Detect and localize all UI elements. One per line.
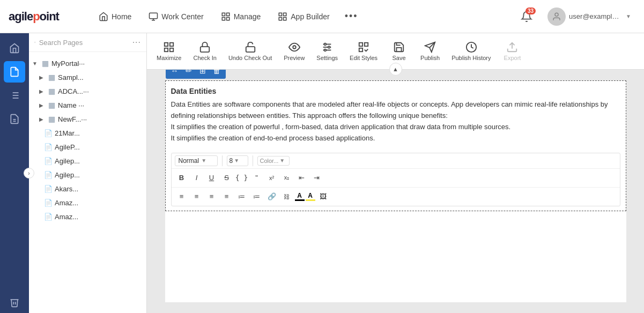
top-nav: agilepoint Home Work Center Manage App B… [0,0,644,33]
edit-styles-button[interactable]: Edit Styles [344,38,383,64]
maximize-icon [163,41,175,53]
svg-rect-3 [222,13,225,16]
tree-label: MyPortal··· [51,59,141,68]
block-edit-icon[interactable]: ✏ [182,70,195,77]
align-right-button[interactable]: ≡ [205,190,219,204]
tree-item-agilep3[interactable]: 📄 Agilep... [29,168,146,182]
publish-button[interactable]: Publish [415,38,445,64]
indent-increase-button[interactable]: ⇥ [310,171,324,185]
publish-history-button[interactable]: Publish History [446,38,496,64]
chevron-right-icon: ▶ [38,101,45,109]
tree-item-myportal[interactable]: ▼ ▦ MyPortal··· [29,56,146,70]
chevron-right-icon: ▶ [38,115,45,123]
undo-checkout-button[interactable]: Undo Check Out [223,38,277,64]
tree-label: Agilep... [55,157,141,165]
tree-body: ▼ ▦ MyPortal··· ▶ ▦ Sampl... ▶ ▦ ADCA...… [29,52,146,313]
nav-workcenter[interactable]: Work Center [141,8,211,26]
unordered-list-button[interactable]: ≔ [250,190,264,204]
tree-item-21mar[interactable]: 📄 21Mar... [29,126,146,140]
search-pages-input[interactable] [39,39,129,47]
sidebar-item-doc[interactable] [4,108,25,130]
underline-button[interactable]: U [205,171,219,185]
ordered-list-button[interactable]: ≔ [235,190,249,204]
image-button[interactable]: 🖼 [316,190,330,204]
strikethrough-button[interactable]: S [220,171,234,185]
sidebar-item-home[interactable] [4,38,25,59]
pages-sidebar-icon [9,66,20,77]
italic-button[interactable]: I [190,171,204,185]
code-button[interactable]: { } [235,171,249,185]
list-sidebar-icon [9,90,20,101]
link-button[interactable]: 🔗 [265,190,279,204]
tree-item-name[interactable]: ▶ ▦ Name ··· [29,98,146,112]
tree-item-adca[interactable]: ▶ ▦ ADCA...··· [29,84,146,98]
editor-canvas: ↔ ✏ ⊞ 🗑 Data Entities Data Entities are … [165,80,626,302]
trash-sidebar-icon [9,297,20,308]
indent-decrease-button[interactable]: ⇤ [295,171,309,185]
align-left-button[interactable]: ≡ [175,190,189,204]
nav-appbuilder[interactable]: App Builder [270,8,337,26]
undo-checkout-label: Undo Check Out [228,55,272,61]
nav-right: 33 user@example.com ▼ [516,5,635,28]
align-justify-button[interactable]: ≡ [220,190,234,204]
paragraph-style-select[interactable]: Normal ▼ [175,155,218,166]
content-block[interactable]: ↔ ✏ ⊞ 🗑 Data Entities Data Entities are … [165,80,626,211]
home-icon [99,12,108,21]
sidebar-icons: › [0,33,29,313]
superscript-button[interactable]: x² [265,171,279,185]
notification-badge: 33 [525,8,536,14]
block-copy-icon[interactable]: ⊞ [196,70,209,77]
checkin-button[interactable]: Check In [188,38,221,64]
svg-rect-23 [170,43,173,46]
page-tree-panel: ··· ▼ ▦ MyPortal··· ▶ ▦ Sampl... ▶ ▦ ADC… [29,33,147,313]
text-format-toolbar: Normal ▼ 8 ▼ Color... ▼ [171,153,620,206]
toolbar-collapse-button[interactable]: ▲ [389,63,402,76]
font-size-select[interactable]: 8 ▼ [227,155,248,166]
highlight-color-swatch[interactable]: A [306,192,315,201]
tree-item-agilep1[interactable]: 📄 AgileP... [29,140,146,154]
notifications-button[interactable]: 33 [516,6,537,27]
nav-more[interactable]: ••• [339,6,364,26]
tree-item-akars[interactable]: 📄 Akars... [29,182,146,196]
logo: agilepoint [9,10,78,24]
chevron-down-icon: ▼ [201,158,206,163]
settings-button[interactable]: Settings [311,38,343,64]
block-delete-icon[interactable]: 🗑 [210,70,223,77]
unlink-button[interactable]: ⛓ [280,190,294,204]
subscript-button[interactable]: x₂ [280,171,294,185]
sidebar-expand-button[interactable]: › [24,168,34,178]
tree-item-amaz2[interactable]: 📄 Amaz... [29,210,146,223]
nav-appbuilder-label: App Builder [291,12,329,21]
svg-rect-5 [222,17,225,20]
nav-home[interactable]: Home [91,8,139,26]
bold-button[interactable]: B [175,171,189,185]
sidebar-item-pages[interactable] [4,61,25,83]
sidebar-item-list[interactable] [4,85,25,106]
sidebar-item-trash[interactable] [4,292,25,313]
publish-history-label: Publish History [451,55,491,61]
preview-button[interactable]: Preview [278,38,310,64]
text-color-swatch[interactable]: A [295,192,305,201]
page-icon: 📄 [44,143,53,151]
page-tree-more[interactable]: ··· [132,38,141,47]
svg-rect-26 [201,47,210,52]
user-menu-button[interactable]: user@example.com ▼ [543,5,635,28]
save-label: Save [393,55,406,61]
toolbar: Maximize Check In Undo Check Out Preview… [147,33,644,70]
save-button[interactable]: Save [384,38,414,64]
tree-item-amaz1[interactable]: 📄 Amaz... [29,196,146,210]
content-area: Maximize Check In Undo Check Out Preview… [147,33,644,313]
maximize-button[interactable]: Maximize [151,38,187,64]
quote-button[interactable]: " [250,171,264,185]
svg-point-34 [324,49,327,51]
align-center-button[interactable]: ≡ [190,190,204,204]
block-move-icon[interactable]: ↔ [168,70,181,77]
svg-rect-24 [165,48,168,51]
tree-item-newf[interactable]: ▶ ▦ NewF...··· [29,112,146,126]
chevron-down-icon: ▼ [279,158,285,163]
color-select[interactable]: Color... ▼ [257,156,290,166]
tree-item-agilep2[interactable]: 📄 Agilep... [29,154,146,168]
nav-manage[interactable]: Manage [213,8,269,26]
nav-manage-label: Manage [234,12,261,21]
tree-item-sampl[interactable]: ▶ ▦ Sampl... [29,70,146,84]
